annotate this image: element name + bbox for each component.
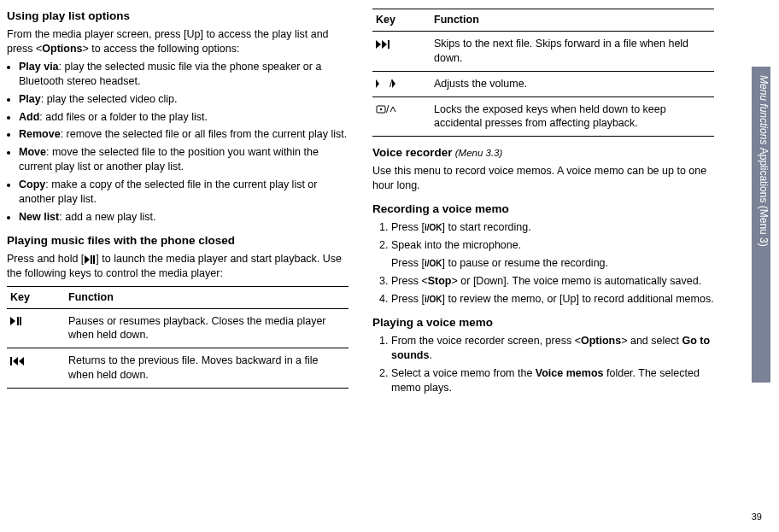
ok-key-icon: i/OK — [425, 223, 442, 232]
svg-marker-10 — [382, 40, 387, 49]
svg-point-15 — [380, 108, 382, 110]
svg-rect-4 — [17, 317, 19, 325]
table-header-key: Key — [372, 9, 430, 32]
voice-intro: Use this menu to record voice memos. A v… — [372, 164, 714, 193]
svg-rect-5 — [20, 317, 21, 325]
heading-voice-recorder: Voice recorder — [372, 146, 453, 159]
function-cell: Pauses or resumes playback. Closes the m… — [65, 308, 348, 348]
function-cell: Locks the exposed keys when held down to… — [430, 96, 714, 137]
page-number: 39 — [752, 511, 762, 523]
right-column: Key Function Skips to the next file. Ski… — [372, 9, 714, 400]
volume-icon: / — [376, 78, 399, 90]
key-cell — [7, 308, 65, 348]
key-cell — [7, 348, 65, 389]
svg-marker-9 — [376, 40, 381, 49]
svg-marker-13 — [392, 79, 395, 88]
heading-playlist-options: Using play list options — [7, 9, 348, 24]
playlist-intro: From the media player screen, press [Up]… — [7, 27, 348, 56]
function-cell: Returns to the previous file. Moves back… — [65, 348, 348, 389]
heading-recording: Recording a voice memo — [372, 202, 714, 217]
next-track-icon — [376, 38, 390, 50]
svg-marker-12 — [376, 79, 379, 88]
heading-phone-closed: Playing music files with the phone close… — [7, 233, 348, 248]
playing-steps: From the voice recorder screen, press <O… — [372, 334, 714, 395]
function-cell: Adjusts the volume. — [430, 71, 714, 96]
svg-marker-3 — [10, 317, 15, 325]
function-cell: Skips to the next file. Skips forward in… — [430, 31, 714, 71]
key-cell: / — [372, 71, 430, 96]
key-cell — [372, 31, 430, 71]
left-column: Using play list options From the media p… — [7, 9, 348, 400]
svg-rect-6 — [10, 357, 12, 365]
svg-marker-7 — [13, 357, 18, 365]
svg-rect-11 — [388, 40, 390, 49]
table-header-function: Function — [430, 9, 714, 32]
ok-key-icon: i/OK — [425, 259, 442, 268]
lock-key-icon: / — [376, 103, 397, 115]
play-pause-icon — [84, 252, 96, 266]
recording-steps: Press [i/OK] to start recording. Speak i… — [372, 220, 714, 306]
key-table-right: Key Function Skips to the next file. Ski… — [372, 9, 714, 137]
table-header-function: Function — [65, 286, 348, 308]
key-table-left: Key Function Pauses or resumes playback.… — [7, 286, 348, 389]
ok-key-icon: i/OK — [425, 295, 442, 304]
key-cell: / — [372, 96, 430, 137]
heading-playing-memo: Playing a voice memo — [372, 315, 714, 330]
phone-closed-intro: Press and hold [] to launch the media pl… — [7, 252, 348, 281]
table-header-key: Key — [7, 286, 65, 308]
menu-reference: (Menu 3.3) — [453, 148, 503, 158]
side-tab: Menu functions Applications (Menu 3) — [752, 67, 770, 383]
svg-marker-8 — [19, 357, 24, 365]
playlist-option-list: Play via: play the selected music file v… — [7, 60, 348, 225]
svg-rect-1 — [91, 255, 92, 264]
svg-marker-0 — [85, 255, 90, 264]
previous-track-icon — [10, 354, 24, 366]
play-pause-icon — [10, 315, 22, 327]
